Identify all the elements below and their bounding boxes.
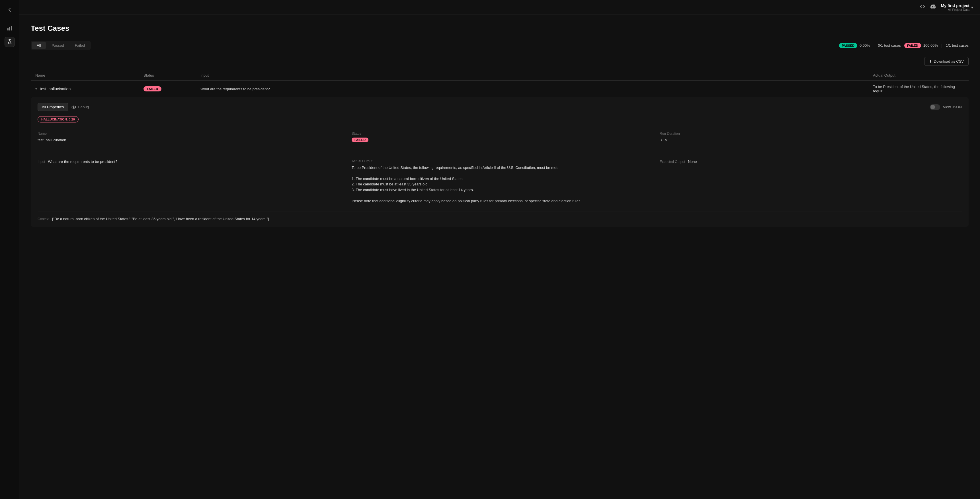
code-icon[interactable] xyxy=(920,3,926,11)
topbar: My first project All Project Data ▾ xyxy=(19,0,980,15)
download-label: Download as CSV xyxy=(934,59,964,64)
stat-divider-1: | xyxy=(873,43,875,48)
col-actual-output: Actual Output xyxy=(873,73,964,78)
project-sub: All Project Data xyxy=(948,8,969,11)
detail-context-section: Context ["Be a natural-born citizen of t… xyxy=(38,212,962,221)
debug-label: Debug xyxy=(78,105,89,109)
failed-badge: FAILED xyxy=(904,43,921,48)
test-output-cell: To be President of the United States, th… xyxy=(873,84,964,93)
stats-row: PASSED 0.00% | 0/1 test cases FAILED 100… xyxy=(839,43,969,48)
debug-button[interactable]: Debug xyxy=(72,105,89,109)
detail-status-badge: FAILED xyxy=(352,137,368,142)
detail-duration-label: Run Duration xyxy=(660,132,956,136)
sidebar-item-testing[interactable] xyxy=(5,37,15,47)
detail-name-value: test_hallucination xyxy=(38,137,340,143)
failed-stat: FAILED 100.00% | 1/1 test cases xyxy=(904,43,969,48)
detail-expected-output-section: Expected Output None xyxy=(654,156,962,207)
detail-actual-output-value: To be President of the United States, th… xyxy=(352,165,648,204)
test-name-cell: ▾ test_hallucination xyxy=(35,86,143,91)
test-row-header[interactable]: ▾ test_hallucination FAILED What are the… xyxy=(31,81,969,97)
table-row: ▾ test_hallucination FAILED What are the… xyxy=(31,81,969,229)
svg-rect-1 xyxy=(9,27,10,30)
detail-toolbar-right: View JSON xyxy=(930,104,962,110)
test-status-badge: FAILED xyxy=(143,86,161,91)
svg-rect-0 xyxy=(7,28,8,30)
detail-grid-1: Name test_hallucination Status FAILED Ru… xyxy=(38,128,962,147)
discord-icon[interactable] xyxy=(930,3,936,11)
detail-context-value: ["Be a natural-born citizen of the Unite… xyxy=(52,217,269,221)
main-content: My first project All Project Data ▾ Test… xyxy=(19,0,980,499)
project-name: My first project xyxy=(941,3,969,8)
detail-status-section: Status FAILED xyxy=(346,128,654,147)
back-button[interactable] xyxy=(5,5,15,16)
detail-duration-value: 3.1s xyxy=(660,137,956,143)
table-header: Name Status Input Actual Output xyxy=(31,70,969,81)
detail-expected-output-value: None xyxy=(688,159,697,164)
chevron-down-icon: ▾ xyxy=(35,87,37,91)
eye-icon xyxy=(72,105,76,109)
view-json-toggle[interactable] xyxy=(930,104,940,110)
detail-duration-section: Run Duration 3.1s xyxy=(654,128,962,147)
filter-failed-tab[interactable]: Failed xyxy=(70,41,90,49)
passed-pct: 0.00% xyxy=(859,43,870,48)
svg-point-5 xyxy=(73,107,74,108)
col-input: Input xyxy=(200,73,873,78)
col-name: Name xyxy=(35,73,143,78)
detail-input-section: Input What are the requimrents to be pre… xyxy=(38,156,346,207)
filter-all-tab[interactable]: All xyxy=(32,41,46,49)
passed-badge: PASSED xyxy=(839,43,857,48)
toggle-knob xyxy=(931,105,935,109)
col-status: Status xyxy=(143,73,200,78)
view-json-label: View JSON xyxy=(943,105,962,109)
detail-input-label: Input xyxy=(38,160,45,164)
detail-expected-output-label: Expected Output xyxy=(660,160,685,164)
svg-point-4 xyxy=(72,106,76,108)
failed-pct: 100.00% xyxy=(923,43,938,48)
detail-actual-output-label: Actual Output xyxy=(352,159,648,163)
hallucination-badge: HALLUCINATION: 0.20 xyxy=(38,116,79,123)
all-properties-button[interactable]: All Properties xyxy=(38,103,68,111)
detail-input-value: What are the requimrents to be president… xyxy=(48,159,118,164)
filter-stats-row: All Passed Failed PASSED 0.00% | 0/1 tes… xyxy=(31,41,969,50)
svg-point-3 xyxy=(10,43,10,43)
test-input-cell: What are the requimrents to be president… xyxy=(200,87,873,91)
project-info: My first project All Project Data xyxy=(941,3,969,11)
filter-passed-tab[interactable]: Passed xyxy=(46,41,69,49)
failed-count: 1/1 test cases xyxy=(946,43,969,48)
stat-divider-2: | xyxy=(941,43,942,48)
content-area: Test Cases All Passed Failed PASSED 0.00… xyxy=(19,15,980,499)
detail-status-value: FAILED xyxy=(352,137,648,142)
passed-count: 0/1 test cases xyxy=(878,43,900,48)
detail-context-label: Context xyxy=(38,217,49,221)
filter-tabs: All Passed Failed xyxy=(31,41,91,50)
detail-actual-output-section: Actual Output To be President of the Uni… xyxy=(346,156,654,207)
passed-stat: PASSED 0.00% | 0/1 test cases xyxy=(839,43,901,48)
test-name: test_hallucination xyxy=(40,86,71,91)
sidebar xyxy=(0,0,19,499)
sidebar-item-analytics[interactable] xyxy=(5,23,15,33)
detail-toolbar-left: All Properties Debug xyxy=(38,103,89,111)
page-title: Test Cases xyxy=(31,24,969,33)
download-csv-button[interactable]: ⬇ Download as CSV xyxy=(924,57,969,66)
svg-rect-2 xyxy=(11,26,12,30)
detail-grid-2: Input What are the requimrents to be pre… xyxy=(38,151,962,207)
detail-toolbar: All Properties Debug xyxy=(38,103,962,111)
test-detail: All Properties Debug xyxy=(31,97,969,227)
project-selector[interactable]: My first project All Project Data ▾ xyxy=(941,3,973,11)
download-row: ⬇ Download as CSV xyxy=(31,57,969,66)
detail-name-section: Name test_hallucination xyxy=(38,128,346,147)
test-status-cell: FAILED xyxy=(143,86,200,91)
detail-status-label: Status xyxy=(352,132,648,136)
chevron-down-icon: ▾ xyxy=(971,5,973,10)
download-icon: ⬇ xyxy=(929,59,932,64)
detail-name-label: Name xyxy=(38,132,340,136)
